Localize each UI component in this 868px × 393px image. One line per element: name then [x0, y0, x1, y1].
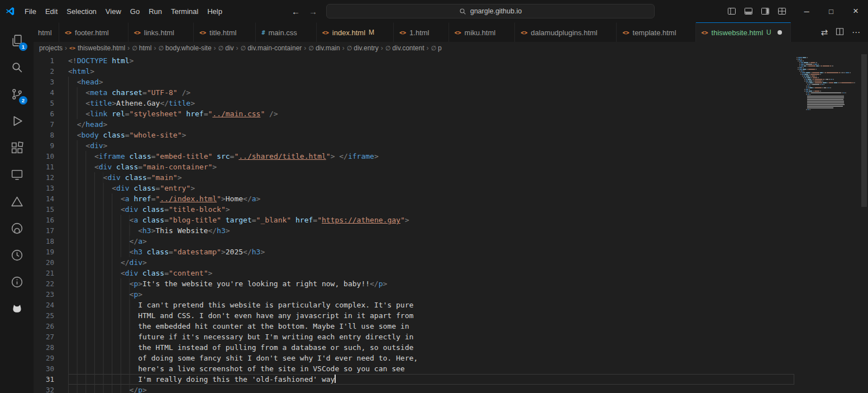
- menu-file[interactable]: File: [20, 5, 41, 18]
- code-line-27[interactable]: 27future if it's necessary but I'm writi…: [34, 332, 794, 342]
- breadcrumb-div.main-container[interactable]: ∅div.main-container: [241, 44, 302, 52]
- toggle-secondary-sidebar-icon[interactable]: [757, 4, 773, 18]
- menu-help[interactable]: Help: [203, 5, 227, 18]
- tab-close-area[interactable]: [433, 27, 443, 37]
- code-line-16[interactable]: 16<a class="blog-title" target="_blank" …: [34, 215, 794, 225]
- code-line-28[interactable]: 28the HTML instead of pulling from a dat…: [34, 342, 794, 353]
- tab-close-area[interactable]: [112, 27, 122, 37]
- code-line-17[interactable]: 17<h3>This Website</h3>: [34, 225, 794, 236]
- tab-links.html[interactable]: <>links.html: [128, 22, 194, 42]
- toggle-panel-icon[interactable]: [741, 4, 756, 18]
- breadcrumb-div.entry[interactable]: ∅div.entry: [347, 44, 379, 52]
- breadcrumb-div[interactable]: ∅div: [218, 44, 234, 52]
- explorer-icon[interactable]: 1: [3, 27, 30, 54]
- code-line-13[interactable]: 13<div class="entry">: [34, 183, 794, 193]
- tab-close-area[interactable]: [499, 27, 509, 37]
- close-button[interactable]: ×: [843, 0, 868, 22]
- tab-template.html[interactable]: <>template.html: [617, 22, 695, 42]
- tab-close-area[interactable]: [240, 27, 250, 37]
- code-line-10[interactable]: 10<iframe class="embed-title" src="../sh…: [34, 151, 794, 162]
- code-line-7[interactable]: 7</head>: [34, 119, 794, 130]
- code-line-30[interactable]: 30here's a live screenshot of the site i…: [34, 363, 794, 374]
- vscode-logo-icon[interactable]: [0, 6, 20, 16]
- breadcrumb-thiswebsite.html[interactable]: <>thiswebsite.html: [69, 44, 125, 52]
- vertical-scrollbar[interactable]: [860, 54, 868, 393]
- code-line-22[interactable]: 22<p>It's the website you're looking at …: [34, 278, 794, 289]
- menu-run[interactable]: Run: [144, 5, 166, 18]
- code-line-18[interactable]: 18</a>: [34, 236, 794, 247]
- tab-dalamudplugins.html[interactable]: <>dalamudplugins.html: [515, 22, 617, 42]
- extensions-icon[interactable]: [3, 134, 30, 161]
- dirty-indicator[interactable]: [775, 27, 785, 37]
- menu-selection[interactable]: Selection: [62, 5, 101, 18]
- tab-close-area[interactable]: [178, 27, 188, 37]
- editor[interactable]: 1<!DOCTYPE html>2<html>3<head>4<meta cha…: [34, 54, 868, 393]
- more-actions-icon[interactable]: ⋯: [852, 27, 860, 37]
- tab-1.html[interactable]: <>1.html: [394, 22, 449, 42]
- breadcrumb-html[interactable]: ∅html: [132, 44, 151, 52]
- info-icon[interactable]: [3, 268, 30, 295]
- github-icon[interactable]: [3, 215, 30, 242]
- run-debug-icon[interactable]: [3, 107, 30, 134]
- remote-explorer-icon[interactable]: [3, 161, 30, 188]
- split-editor-icon[interactable]: [836, 27, 844, 37]
- tab-close-area[interactable]: [600, 27, 611, 37]
- tab-html[interactable]: html: [34, 22, 59, 42]
- code-line-12[interactable]: 12<div class="main">: [34, 172, 794, 183]
- code-line-1[interactable]: 1<!DOCTYPE html>: [34, 55, 794, 66]
- code-line-11[interactable]: 11<div class="main-container">: [34, 162, 794, 172]
- code-line-25[interactable]: 25HTML and CSS. I don't even have any ja…: [34, 310, 794, 321]
- code-line-15[interactable]: 15<div class="title-block">: [34, 204, 794, 215]
- tab-thiswebsite.html[interactable]: <>thiswebsite.htmlU: [696, 22, 791, 42]
- tab-close-area[interactable]: [301, 27, 311, 37]
- code-line-19[interactable]: 19<h3 class="datestamp">2025</h3>: [34, 247, 794, 257]
- tab-title.html[interactable]: <>title.html: [194, 22, 256, 42]
- customize-layout-icon[interactable]: [774, 4, 790, 18]
- menu-go[interactable]: Go: [126, 5, 144, 18]
- code-line-14[interactable]: 14<a href="../index.html">Home</a>: [34, 193, 794, 204]
- code-line-29[interactable]: 29of doing some fancy shit I don't see w…: [34, 353, 794, 363]
- tab-close-area[interactable]: [378, 27, 388, 37]
- code-line-24[interactable]: 24I can't pretend this website is partic…: [34, 300, 794, 310]
- code-line-31[interactable]: 31I'm really doing this the 'old-fashion…: [34, 374, 794, 385]
- triangle-extension-icon[interactable]: [3, 188, 30, 215]
- tab-main.css[interactable]: #main.css: [256, 22, 316, 42]
- code-line-9[interactable]: 9<div>: [34, 140, 794, 151]
- tab-footer.html[interactable]: <>footer.html: [59, 22, 128, 42]
- scrollbar-thumb[interactable]: [861, 54, 867, 207]
- copilot-icon[interactable]: [3, 295, 30, 322]
- code-line-8[interactable]: 8<body class="whole-site">: [34, 130, 794, 140]
- breadcrumb-body.whole-site[interactable]: ∅body.whole-site: [159, 44, 212, 52]
- menu-terminal[interactable]: Terminal: [166, 5, 203, 18]
- menu-edit[interactable]: Edit: [41, 5, 62, 18]
- menu-view[interactable]: View: [101, 5, 126, 18]
- code-line-2[interactable]: 2<html>: [34, 66, 794, 77]
- code-line-26[interactable]: 26the embedded hit counter at the bottom…: [34, 321, 794, 332]
- code-line-20[interactable]: 20</div>: [34, 257, 794, 268]
- breadcrumb-div.main[interactable]: ∅div.main: [308, 44, 340, 52]
- source-control-icon[interactable]: 2: [3, 81, 30, 107]
- code-line-32[interactable]: 32</p>: [34, 385, 794, 393]
- code-line-6[interactable]: 6<link rel="stylesheet" href="../main.cs…: [34, 108, 794, 119]
- minimize-button[interactable]: ─: [794, 0, 819, 22]
- code-line-23[interactable]: 23<p>: [34, 289, 794, 300]
- tab-index.html[interactable]: <>index.htmlM: [317, 22, 394, 42]
- nav-back-icon[interactable]: ←: [292, 7, 300, 16]
- tab-close-area[interactable]: [680, 27, 690, 37]
- code-line-5[interactable]: 5<title>Athene.Gay</title>: [34, 98, 794, 108]
- minimap[interactable]: [794, 54, 860, 393]
- search-icon[interactable]: [3, 54, 30, 81]
- nav-forward-icon[interactable]: →: [309, 7, 317, 16]
- toggle-primary-sidebar-icon[interactable]: [724, 4, 740, 18]
- history-icon[interactable]: [3, 242, 30, 268]
- maximize-button[interactable]: □: [819, 0, 843, 22]
- tab-miku.html[interactable]: <>miku.html: [449, 22, 516, 42]
- code-line-21[interactable]: 21<div class="content">: [34, 268, 794, 278]
- code-line-4[interactable]: 4<meta charset="UTF-8" />: [34, 87, 794, 98]
- code-line-3[interactable]: 3<head>: [34, 77, 794, 87]
- breadcrumb-p[interactable]: ∅p: [431, 44, 442, 52]
- breadcrumb-div.content[interactable]: ∅div.content: [385, 44, 425, 52]
- breadcrumb-projects[interactable]: projects: [39, 44, 63, 52]
- command-center-search[interactable]: gnargle.github.io: [326, 4, 655, 18]
- open-changes-icon[interactable]: ⇄: [821, 27, 828, 37]
